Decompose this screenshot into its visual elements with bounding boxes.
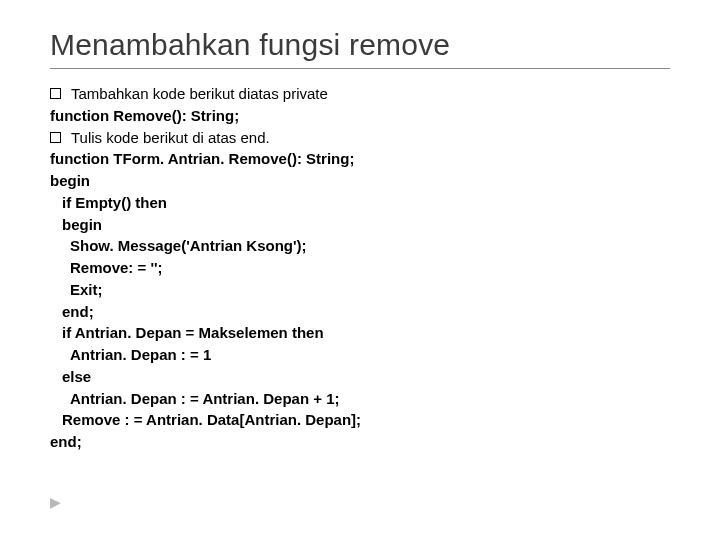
code-line: end;	[50, 431, 670, 453]
checkbox-icon	[50, 88, 61, 99]
bullet-text: Tambahkan kode berikut diatas private	[71, 83, 328, 105]
code-line: Show. Message('Antrian Ksong');	[50, 235, 670, 257]
code-line: end;	[50, 301, 670, 323]
code-line: Antrian. Depan : = Antrian. Depan + 1;	[50, 388, 670, 410]
code-line: Antrian. Depan : = 1	[50, 344, 670, 366]
slide: Menambahkan fungsi remove Tambahkan kode…	[0, 0, 720, 540]
bullet-item: Tulis kode berikut di atas end.	[50, 127, 670, 149]
code-line: if Empty() then	[50, 192, 670, 214]
title-underline	[50, 68, 670, 69]
code-line: Remove : = Antrian. Data[Antrian. Depan]…	[50, 409, 670, 431]
code-line: function Remove(): String;	[50, 105, 670, 127]
code-line: Exit;	[50, 279, 670, 301]
code-line: begin	[50, 170, 670, 192]
bullet-item: Tambahkan kode berikut diatas private	[50, 83, 670, 105]
bullet-text: Tulis kode berikut di atas end.	[71, 127, 270, 149]
slide-body: Tambahkan kode berikut diatas private fu…	[50, 83, 670, 453]
slide-title: Menambahkan fungsi remove	[50, 28, 670, 62]
code-line: if Antrian. Depan = Makselemen then	[50, 322, 670, 344]
code-line: else	[50, 366, 670, 388]
code-line: function TForm. Antrian. Remove(): Strin…	[50, 148, 670, 170]
checkbox-icon	[50, 132, 61, 143]
code-line: begin	[50, 214, 670, 236]
code-line: Remove: = '';	[50, 257, 670, 279]
footer-arrow-icon: ▶	[50, 494, 61, 510]
